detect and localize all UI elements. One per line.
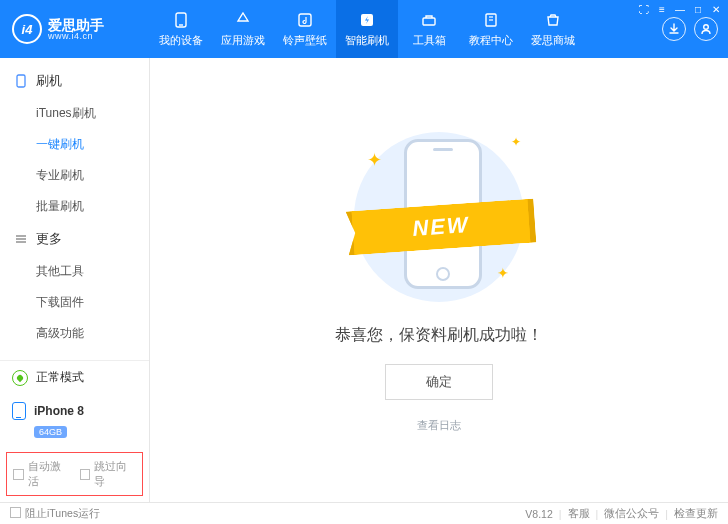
app-name: 爱思助手: [48, 18, 104, 32]
section-title: 刷机: [36, 72, 62, 90]
skin-button[interactable]: ⛶: [638, 4, 650, 14]
view-log-link[interactable]: 查看日志: [417, 418, 461, 433]
storage-badge: 64GB: [34, 426, 67, 438]
logo-icon: i4: [12, 14, 42, 44]
update-link[interactable]: 检查更新: [674, 507, 718, 521]
sidebar: 刷机iTunes刷机一键刷机专业刷机批量刷机更多其他工具下载固件高级功能 正常模…: [0, 58, 150, 502]
mode-icon: [12, 370, 28, 386]
svg-rect-4: [423, 18, 435, 25]
nav-label: 应用游戏: [221, 33, 265, 48]
checkbox-icon[interactable]: [80, 469, 91, 480]
menu-button[interactable]: ≡: [656, 4, 668, 14]
phone-icon: [172, 11, 190, 29]
logo-text: 爱思助手 www.i4.cn: [48, 18, 104, 41]
sidebar-item[interactable]: 下载固件: [0, 287, 149, 318]
section-title: 更多: [36, 230, 62, 248]
nav-flash[interactable]: 智能刷机: [336, 0, 398, 58]
svg-rect-9: [17, 75, 25, 87]
shop-icon: [544, 11, 562, 29]
nav-label: 工具箱: [413, 33, 446, 48]
nav-label: 我的设备: [159, 33, 203, 48]
options-box: 自动激活 跳过向导: [6, 452, 143, 496]
nav-toolbox[interactable]: 工具箱: [398, 0, 460, 58]
apps-icon: [234, 11, 252, 29]
app-header: i4 爱思助手 www.i4.cn 我的设备应用游戏铃声壁纸智能刷机工具箱教程中…: [0, 0, 728, 58]
support-link[interactable]: 客服: [568, 507, 590, 521]
sidebar-section-header[interactable]: 更多: [0, 222, 149, 256]
nav-label: 教程中心: [469, 33, 513, 48]
sidebar-item[interactable]: 批量刷机: [0, 191, 149, 222]
checkbox-icon[interactable]: [13, 469, 24, 480]
mode-label: 正常模式: [36, 369, 84, 386]
sidebar-section-header[interactable]: 刷机: [0, 64, 149, 98]
phone-icon: [14, 74, 28, 88]
auto-activate-option[interactable]: 自动激活: [13, 459, 70, 489]
music-icon: [296, 11, 314, 29]
version-label: V8.12: [525, 508, 552, 520]
sidebar-item[interactable]: 其他工具: [0, 256, 149, 287]
logo-area: i4 爱思助手 www.i4.cn: [0, 0, 150, 58]
device-info[interactable]: iPhone 8 64GB: [0, 394, 149, 446]
nav-phone[interactable]: 我的设备: [150, 0, 212, 58]
flash-icon: [358, 11, 376, 29]
checkbox-icon[interactable]: [10, 507, 21, 518]
nav-apps[interactable]: 应用游戏: [212, 0, 274, 58]
main-content: ✦ ✦ ✦ NEW 恭喜您，保资料刷机成功啦！ 确定 查看日志: [150, 58, 728, 502]
device-name: iPhone 8: [34, 404, 84, 418]
wechat-link[interactable]: 微信公众号: [604, 507, 659, 521]
success-illustration: ✦ ✦ ✦ NEW: [339, 127, 539, 307]
window-controls: ⛶ ≡ — □ ✕: [638, 4, 722, 14]
nav-book[interactable]: 教程中心: [460, 0, 522, 58]
sidebar-bottom: 正常模式 iPhone 8 64GB 自动激活 跳过向导: [0, 360, 149, 502]
status-bar: 阻止iTunes运行 V8.12 | 客服 | 微信公众号 | 检查更新: [0, 502, 728, 524]
maximize-button[interactable]: □: [692, 4, 704, 14]
nav-music[interactable]: 铃声壁纸: [274, 0, 336, 58]
book-icon: [482, 11, 500, 29]
menu-icon: [14, 232, 28, 246]
success-message: 恭喜您，保资料刷机成功啦！: [335, 325, 543, 346]
block-itunes-option[interactable]: 阻止iTunes运行: [10, 507, 100, 521]
nav-label: 爱思商城: [531, 33, 575, 48]
nav-label: 智能刷机: [345, 33, 389, 48]
confirm-button[interactable]: 确定: [385, 364, 493, 400]
top-nav: 我的设备应用游戏铃声壁纸智能刷机工具箱教程中心爱思商城: [150, 0, 584, 58]
sidebar-item[interactable]: iTunes刷机: [0, 98, 149, 129]
close-button[interactable]: ✕: [710, 4, 722, 14]
download-button[interactable]: [662, 17, 686, 41]
svg-point-8: [704, 25, 709, 30]
sidebar-item[interactable]: 一键刷机: [0, 129, 149, 160]
skip-guide-option[interactable]: 跳过向导: [80, 459, 137, 489]
user-button[interactable]: [694, 17, 718, 41]
phone-icon: [12, 402, 26, 420]
toolbox-icon: [420, 11, 438, 29]
nav-label: 铃声壁纸: [283, 33, 327, 48]
nav-shop[interactable]: 爱思商城: [522, 0, 584, 58]
sidebar-item[interactable]: 专业刷机: [0, 160, 149, 191]
sidebar-item[interactable]: 高级功能: [0, 318, 149, 349]
minimize-button[interactable]: —: [674, 4, 686, 14]
device-mode[interactable]: 正常模式: [0, 361, 149, 394]
app-url: www.i4.cn: [48, 32, 104, 41]
